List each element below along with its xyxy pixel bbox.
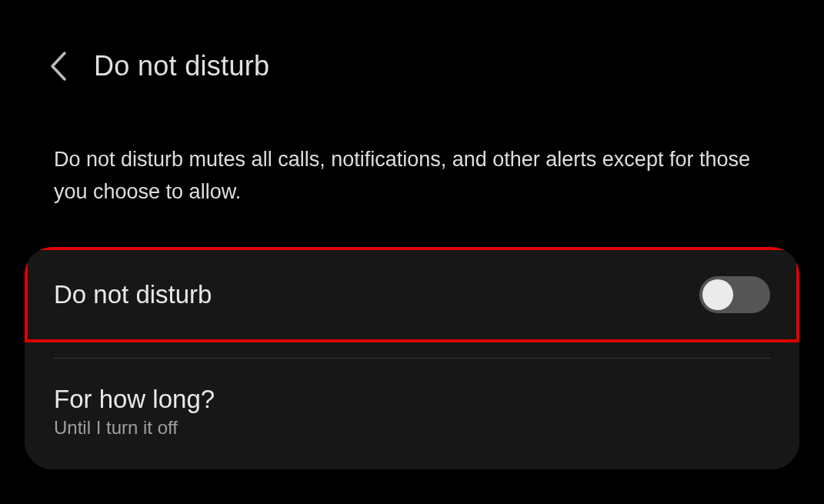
toggle-knob xyxy=(702,279,733,310)
dnd-toggle-label: Do not disturb xyxy=(54,280,212,309)
settings-card: Do not disturb For how long? Until I tur… xyxy=(25,247,799,469)
dnd-toggle-switch[interactable] xyxy=(699,276,770,313)
duration-label: For how long? xyxy=(54,385,770,414)
dnd-description: Do not disturb mutes all calls, notifica… xyxy=(0,105,824,247)
duration-value: Until I turn it off xyxy=(54,417,770,439)
duration-row[interactable]: For how long? Until I turn it off xyxy=(25,374,799,469)
page-title: Do not disturb xyxy=(94,50,269,82)
header: Do not disturb xyxy=(0,0,824,105)
back-icon[interactable] xyxy=(48,50,68,82)
dnd-toggle-row[interactable]: Do not disturb xyxy=(25,247,799,342)
divider xyxy=(54,358,770,359)
